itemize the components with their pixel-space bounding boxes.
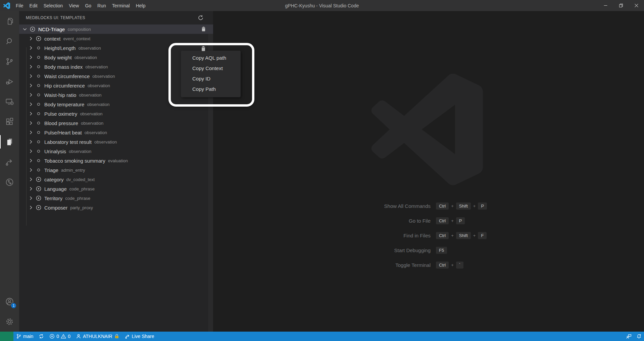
tree-item[interactable]: Tobacco smoking summaryevaluation <box>19 156 213 165</box>
tree-item[interactable]: Triageadmin_entry <box>19 165 213 175</box>
chevron-right-icon[interactable] <box>28 186 34 192</box>
activity-item-medblocks-templates[interactable] <box>0 132 19 152</box>
tree-item[interactable]: NCD-Triagecomposition <box>19 24 213 34</box>
tree-item-type: observation <box>81 121 103 126</box>
tree-item[interactable]: Territorycode_phrase <box>19 193 213 203</box>
circle-icon <box>36 158 42 164</box>
tree-item[interactable]: Languagecode_phrase <box>19 184 213 193</box>
accounts-badge: 1 <box>11 303 16 308</box>
remote-explorer-icon <box>5 97 14 106</box>
bell-icon <box>636 334 642 339</box>
shortcut-label: Find in Files <box>341 233 431 238</box>
status-problems[interactable]: 00 <box>47 332 73 341</box>
menu-item-go[interactable]: Go <box>82 0 94 11</box>
tree-item[interactable]: Pulse oximetryobservation <box>19 109 213 118</box>
chevron-right-icon[interactable] <box>28 101 34 107</box>
chevron-right-icon[interactable] <box>28 195 34 201</box>
chevron-right-icon[interactable] <box>28 167 34 173</box>
chevron-right-icon[interactable] <box>28 54 34 60</box>
circle-dot-icon <box>36 195 42 201</box>
circle-icon <box>36 92 42 98</box>
chevron-right-icon[interactable] <box>28 64 34 70</box>
minimize-button[interactable] <box>598 0 613 11</box>
activity-item-explorer[interactable] <box>0 11 19 31</box>
menu-item-help[interactable]: Help <box>133 0 149 11</box>
restore-button[interactable] <box>613 0 629 11</box>
tree-item-name: Blood pressure <box>44 120 78 126</box>
plus-separator: + <box>451 263 454 268</box>
chevron-right-icon[interactable] <box>28 36 34 42</box>
status-live-share[interactable]: Live Share <box>122 332 157 341</box>
tree-item[interactable]: Laboratory test resultobservation <box>19 137 213 147</box>
context-menu-item-copy-aql-path[interactable]: Copy AQL path <box>181 53 241 63</box>
circle-dot-icon <box>36 36 42 42</box>
chevron-right-icon[interactable] <box>28 129 34 135</box>
shortcut-keys: Ctrl+Shift+F <box>436 232 487 239</box>
menu-item-run[interactable]: Run <box>94 0 109 11</box>
tree-item[interactable]: Urinalysisobservation <box>19 147 213 156</box>
status-sync[interactable] <box>36 332 47 341</box>
chevron-down-icon[interactable] <box>22 26 28 32</box>
chevron-right-icon[interactable] <box>28 148 34 154</box>
close-button[interactable] <box>629 0 644 11</box>
refresh-icon[interactable] <box>198 15 204 21</box>
status-notifications[interactable] <box>634 332 644 341</box>
chevron-right-icon[interactable] <box>28 92 34 98</box>
menu-item-file[interactable]: File <box>13 0 27 11</box>
activity-item-git-graph[interactable] <box>0 172 19 192</box>
chevron-right-icon[interactable] <box>28 111 34 117</box>
activity-item-live-share[interactable] <box>0 152 19 172</box>
tree-item[interactable]: Composerparty_proxy <box>19 203 213 212</box>
context-menu-item-copy-context[interactable]: Copy Context <box>181 63 241 73</box>
chevron-right-icon[interactable] <box>28 176 34 182</box>
restore-icon <box>619 3 623 8</box>
tree-item-name: Body mass index <box>44 64 83 70</box>
tree-item-type: code_phrase <box>65 196 90 201</box>
key-cap: F <box>478 232 487 239</box>
activity-bar-top <box>0 11 19 192</box>
tree-item[interactable]: categorydv_coded_text <box>19 175 213 184</box>
menu-item-view[interactable]: View <box>66 0 82 11</box>
activity-item-run-and-debug[interactable] <box>0 71 19 92</box>
status-feedback[interactable] <box>624 332 634 341</box>
shortcut-label: Show All Commands <box>341 203 431 209</box>
tree-item-name: Body weight <box>44 55 72 60</box>
tree-item[interactable]: Pulse/Heart beatobservation <box>19 128 213 137</box>
context-menu-item-copy-path[interactable]: Copy Path <box>181 84 241 94</box>
activity-item-settings[interactable] <box>0 311 19 332</box>
context-menu-item-copy-id[interactable]: Copy ID <box>181 73 241 84</box>
activity-item-extensions[interactable] <box>0 112 19 132</box>
menu-item-edit[interactable]: Edit <box>27 0 41 11</box>
status-git-branch[interactable]: main <box>13 332 36 341</box>
chevron-right-icon[interactable] <box>28 120 34 126</box>
plus-separator: + <box>451 218 454 223</box>
clipboard-icon[interactable] <box>201 26 206 32</box>
tree-item[interactable]: contextevent_context <box>19 34 213 43</box>
activity-item-remote-explorer[interactable] <box>0 92 19 112</box>
circle-icon <box>36 101 42 107</box>
chevron-right-icon[interactable] <box>28 82 34 89</box>
key-cap: Ctrl <box>436 217 449 224</box>
person-icon <box>76 334 81 339</box>
clipboard-icon[interactable] <box>200 46 206 52</box>
chevron-right-icon[interactable] <box>28 45 34 51</box>
tree-item[interactable]: Body temperatureobservation <box>19 100 213 109</box>
menu-item-terminal[interactable]: Terminal <box>109 0 133 11</box>
chevron-right-icon[interactable] <box>28 73 34 79</box>
status-remote-indicator[interactable] <box>0 332 13 341</box>
key-cap: F5 <box>436 247 447 254</box>
tree-item[interactable]: Blood pressureobservation <box>19 118 213 128</box>
chevron-right-icon[interactable] <box>28 139 34 145</box>
error-icon <box>49 334 55 339</box>
status-bar-left: main00ATHULKNAIRLive Share <box>0 332 157 341</box>
menu-item-selection[interactable]: Selection <box>41 0 66 11</box>
activity-item-accounts[interactable]: 1 <box>0 291 19 311</box>
chevron-right-icon[interactable] <box>28 205 34 211</box>
tree-item-name: Urinalysis <box>44 149 66 154</box>
status-account[interactable]: ATHULKNAIR <box>73 332 122 341</box>
chevron-right-icon[interactable] <box>28 158 34 164</box>
activity-item-source-control[interactable] <box>0 51 19 71</box>
status-live-share-text: Live Share <box>132 334 154 339</box>
window-controls <box>598 0 644 11</box>
activity-item-search[interactable] <box>0 31 19 51</box>
